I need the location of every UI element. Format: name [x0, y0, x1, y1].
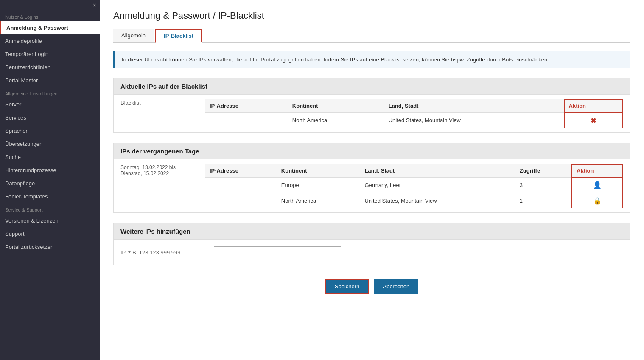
vergangene-zugriffe-1: 3: [515, 177, 572, 193]
vergangene-land-stadt-1: Germany, Leer: [360, 177, 515, 193]
blacklist-table-wrapper: IP-Adresse Kontinent Land, Stadt Aktion …: [205, 99, 623, 128]
sidebar-item-sprachen[interactable]: Sprachen: [0, 124, 100, 137]
th-kontinent-2: Kontinent: [277, 164, 361, 178]
vergangene-land-stadt-2: United States, Mountain View: [360, 193, 515, 208]
sidebar-item-portal-master[interactable]: Portal Master: [0, 74, 100, 87]
blacklist-table: IP-Adresse Kontinent Land, Stadt Aktion …: [205, 99, 623, 128]
th-ip-adresse-2: IP-Adresse: [205, 164, 277, 178]
th-land-stadt-2: Land, Stadt: [360, 164, 515, 178]
vergangene-aktion-cell-2: 🔒: [572, 193, 623, 208]
sidebar-item-temporaerer-login[interactable]: Temporärer Login: [0, 47, 100, 61]
sidebar-item-datenpflege[interactable]: Datenpflege: [0, 177, 100, 190]
vergangene-kontinent-2: North America: [277, 193, 361, 208]
sidebar-item-versionen-lizenzen[interactable]: Versionen & Lizenzen: [0, 214, 100, 227]
tabs: Allgemein IP-Blacklist: [113, 29, 630, 43]
sidebar-item-anmeldeprofile[interactable]: Anmeldeprofile: [0, 34, 100, 47]
tab-ip-blacklist[interactable]: IP-Blacklist: [155, 29, 202, 43]
vergangene-section-header: IPs der vergangenen Tage: [113, 143, 630, 159]
main-content: Anmeldung & Passwort / IP-Blacklist Allg…: [100, 0, 644, 360]
sidebar-item-portal-zuruecksetzen[interactable]: Portal zurücksetzen: [0, 240, 100, 254]
sidebar-item-hintergrundprozesse[interactable]: Hintergrundprozesse: [0, 164, 100, 177]
vergangene-row-container: Sonntag, 13.02.2022 bis Dienstag, 15.02.…: [114, 159, 630, 213]
sidebar-item-fehler-templates[interactable]: Fehler-Templates: [0, 190, 100, 203]
blacklist-aktion-cell: ✖: [564, 113, 623, 128]
add-ip-section: IP, z.B. 123.123.999.999: [113, 240, 630, 265]
blacklist-kontinent: North America: [288, 113, 384, 128]
sidebar-item-support[interactable]: Support: [0, 227, 100, 240]
sidebar-item-uebersetzungen[interactable]: Übersetzungen: [0, 137, 100, 151]
blacklist-table-area: Blacklist IP-Adresse Kontinent Land, Sta…: [113, 95, 630, 133]
vergangene-table: IP-Adresse Kontinent Land, Stadt Zugriff…: [205, 164, 623, 209]
blacklist-land-stadt: United States, Mountain View: [384, 113, 564, 128]
vergangene-table-row-1: Europe Germany, Leer 3 👤: [205, 177, 623, 193]
vergangene-table-area: Sonntag, 13.02.2022 bis Dienstag, 15.02.…: [113, 159, 630, 213]
delete-blacklist-button[interactable]: ✖: [591, 117, 596, 125]
vergangene-ip-1: [205, 177, 277, 193]
blacklist-section-header: Aktuelle IPs auf der Blacklist: [113, 78, 630, 95]
vergangene-zugriffe-2: 1: [515, 193, 572, 208]
user-action-button-1[interactable]: 👤: [593, 181, 602, 189]
vergangene-table-wrapper: IP-Adresse Kontinent Land, Stadt Zugriff…: [205, 164, 623, 209]
blacklist-table-row: North America United States, Mountain Vi…: [205, 113, 623, 128]
sidebar-section-label-nutzer: Nutzer & Logins: [0, 10, 100, 21]
sidebar-item-benutzerrichtlinien[interactable]: Benutzerrichtlinien: [0, 61, 100, 74]
sidebar-section-label-allgemeine: Allgemeine Einstellungen: [0, 87, 100, 98]
sidebar-item-server[interactable]: Server: [0, 98, 100, 111]
lock-action-button-2[interactable]: 🔒: [593, 197, 602, 205]
sidebar-item-services[interactable]: Services: [0, 111, 100, 124]
tab-allgemein[interactable]: Allgemein: [113, 29, 154, 42]
blacklist-row-label: Blacklist: [120, 99, 205, 106]
th-zugriffe: Zugriffe: [515, 164, 572, 178]
page-title: Anmeldung & Passwort / IP-Blacklist: [113, 10, 630, 21]
close-button[interactable]: ×: [0, 0, 100, 10]
add-ip-row: IP, z.B. 123.123.999.999: [120, 246, 623, 258]
info-box: In dieser Übersicht können Sie IPs verwa…: [113, 51, 630, 68]
add-ip-section-header: Weitere IPs hinzufügen: [113, 223, 630, 240]
save-button[interactable]: Speichern: [325, 279, 369, 294]
th-aktion-2: Aktion: [572, 164, 623, 178]
vergangene-kontinent-1: Europe: [277, 177, 361, 193]
sidebar-item-suche[interactable]: Suche: [0, 151, 100, 164]
th-aktion-1: Aktion: [564, 99, 623, 113]
sidebar: × Nutzer & Logins Anmeldung & Passwort A…: [0, 0, 100, 360]
vergangene-ip-2: [205, 193, 277, 208]
th-kontinent-1: Kontinent: [288, 99, 384, 113]
buttons-row: Speichern Abbrechen: [113, 279, 630, 294]
blacklist-ip: [205, 113, 288, 128]
th-ip-adresse-1: IP-Adresse: [205, 99, 288, 113]
vergangene-aktion-cell-1: 👤: [572, 177, 623, 193]
sidebar-section-label-service: Service & Support: [0, 203, 100, 214]
th-land-stadt-1: Land, Stadt: [384, 99, 564, 113]
add-ip-label: IP, z.B. 123.123.999.999: [120, 249, 205, 256]
sidebar-item-anmeldung-passwort[interactable]: Anmeldung & Passwort: [0, 21, 100, 34]
cancel-button[interactable]: Abbrechen: [374, 279, 418, 294]
vergangene-table-row-2: North America United States, Mountain Vi…: [205, 193, 623, 208]
vergangene-date-label: Sonntag, 13.02.2022 bis Dienstag, 15.02.…: [120, 164, 205, 176]
blacklist-row-container: Blacklist IP-Adresse Kontinent Land, Sta…: [114, 95, 630, 132]
add-ip-input[interactable]: [214, 246, 341, 258]
